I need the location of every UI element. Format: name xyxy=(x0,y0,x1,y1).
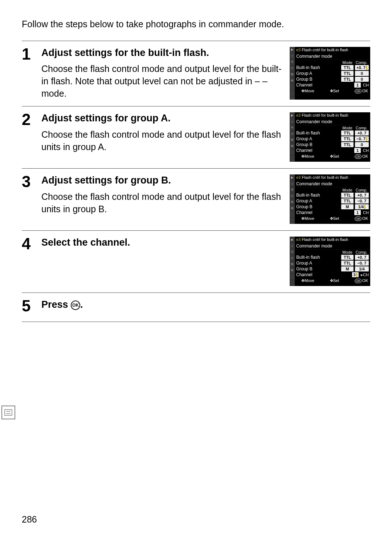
lcd-subtitle: Commander mode xyxy=(295,53,370,60)
lcd-row: Group BM1/4 xyxy=(295,204,370,210)
step-title: Adjust settings for group A. xyxy=(41,112,282,124)
lcd-header-row: ModeComp. xyxy=(295,60,370,65)
step-title: Press OK. xyxy=(41,299,370,310)
lcd-header-row: ModeComp. xyxy=(295,125,370,130)
lcd-header-row: ModeComp. xyxy=(295,250,370,254)
lcd-footer: ✥Move✥SetOKOK xyxy=(295,278,370,284)
step-number: 5 xyxy=(22,297,41,315)
step-number: 3 xyxy=(22,173,41,224)
lcd-title: e3 Flash cntrl for built-in flash xyxy=(295,174,370,181)
lcd-subtitle: Commander mode xyxy=(295,118,370,125)
lcd-screenshot: ▶•✎Y⧉⧉e3 Flash cntrl for built-in flashC… xyxy=(290,47,370,100)
page-number: 286 xyxy=(22,514,37,525)
lcd-row: Group ATTL−0. 7 xyxy=(295,260,370,266)
lcd-row: Group ATTL−0. 7 xyxy=(295,136,370,142)
lcd-footer: ✥Move✥SetOKOK xyxy=(295,88,370,94)
step-item: 2Adjust settings for group A.Choose the … xyxy=(22,106,370,169)
step-title: Adjust settings for the built-in flash. xyxy=(41,47,282,59)
step-item: 4Select the channel.▶•✎Y⧉⧉e3 Flash cntrl… xyxy=(22,231,370,293)
lcd-row: Group BTTL0 xyxy=(295,76,370,82)
lcd-channel-row: Channel1CH xyxy=(295,148,370,153)
lcd-row: Built-in flashTTL+0. 7 xyxy=(295,254,370,260)
ok-icon: OK xyxy=(71,301,80,310)
lcd-row: Group BM1/4 xyxy=(295,266,370,272)
lcd-screenshot: ▶•✎Y⧉⧉e3 Flash cntrl for built-in flashC… xyxy=(290,112,370,162)
lcd-row: Group ATTL−0. 7 xyxy=(295,198,370,204)
lcd-title: e3 Flash cntrl for built-in flash xyxy=(295,237,370,243)
lcd-channel-row: Channel3▸CH xyxy=(295,272,370,278)
step-description: Choose the flash control mode and output… xyxy=(41,129,282,153)
step-list: 1Adjust settings for the built-in flash.… xyxy=(22,41,370,322)
lcd-screenshot: ▶•✎Y⧉⧉e3 Flash cntrl for built-in flashC… xyxy=(290,174,370,224)
lcd-row: Group BTTL0 xyxy=(295,142,370,148)
lcd-channel-row: Channel1CH xyxy=(295,210,370,215)
lcd-row: Group ATTL0 xyxy=(295,70,370,76)
step-item: 1Adjust settings for the built-in flash.… xyxy=(22,41,370,107)
lcd-footer: ✥Move✥SetOKOK xyxy=(295,215,370,222)
lcd-footer: ✥Move✥SetOKOK xyxy=(295,153,370,160)
step-number: 1 xyxy=(22,45,41,100)
lcd-screenshot: ▶•✎Y⧉⧉e3 Flash cntrl for built-in flashC… xyxy=(290,237,370,286)
lcd-row: Built-in flashTTL+0. 7 xyxy=(295,65,370,70)
lcd-title: e3 Flash cntrl for built-in flash xyxy=(295,112,370,118)
lcd-header-row: ModeComp. xyxy=(295,188,370,192)
step-number: 2 xyxy=(22,111,41,162)
step-title: Select the channel. xyxy=(41,237,282,248)
intro-text: Follow the steps below to take photograp… xyxy=(22,18,370,31)
step-description: Choose the flash control mode and output… xyxy=(41,63,282,100)
lcd-row: Built-in flashTTL+0. 7 xyxy=(295,130,370,136)
lcd-channel-row: Channel1CH xyxy=(295,82,370,88)
step-title: Adjust settings for group B. xyxy=(41,174,282,186)
lcd-subtitle: Commander mode xyxy=(295,181,370,188)
step-item: 5Press OK. xyxy=(22,293,370,322)
menu-icon xyxy=(1,406,15,419)
step-item: 3Adjust settings for group B.Choose the … xyxy=(22,169,370,231)
lcd-title: e3 Flash cntrl for built-in flash xyxy=(295,47,370,53)
step-description: Choose the flash control mode and output… xyxy=(41,191,282,215)
lcd-subtitle: Commander mode xyxy=(295,243,370,250)
step-number: 4 xyxy=(22,235,41,286)
lcd-row: Built-in flashTTL+0. 7 xyxy=(295,192,370,198)
